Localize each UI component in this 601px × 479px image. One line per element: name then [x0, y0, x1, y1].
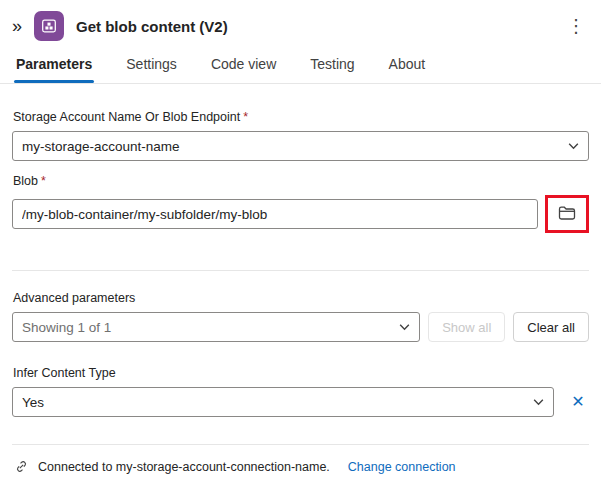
- infer-content-type-select[interactable]: [12, 387, 554, 417]
- storage-account-field-group: Storage Account Name Or Blob Endpoint*: [12, 110, 589, 161]
- required-marker: *: [41, 174, 46, 188]
- advanced-parameters-select[interactable]: [12, 312, 420, 342]
- tab-settings[interactable]: Settings: [124, 56, 179, 83]
- parameters-form: Storage Account Name Or Blob Endpoint* B…: [0, 110, 601, 445]
- action-title: Get blob content (V2): [76, 18, 561, 35]
- required-marker: *: [243, 110, 248, 124]
- tab-label: Code view: [211, 56, 276, 72]
- storage-account-combobox: [12, 131, 589, 161]
- folder-picker-button[interactable]: [555, 201, 579, 228]
- action-panel: » Get blob content (V2) ⋮ Parameters Set…: [0, 0, 601, 479]
- infer-content-type-label: Infer Content Type: [13, 366, 589, 380]
- divider: [12, 270, 589, 271]
- connected-text: Connected to my-storage-account-connecti…: [38, 460, 330, 474]
- tab-label: Testing: [310, 56, 354, 72]
- advanced-parameters-row: Show all Clear all: [12, 312, 589, 342]
- storage-account-label: Storage Account Name Or Blob Endpoint*: [13, 110, 589, 124]
- advanced-parameters-dropdown: [12, 312, 420, 342]
- advanced-parameters-group: Advanced parameters Show all Clear all: [12, 291, 589, 342]
- infer-content-type-group: Infer Content Type ✕: [12, 366, 589, 417]
- panel-header: » Get blob content (V2) ⋮: [0, 0, 601, 42]
- connection-footer: Connected to my-storage-account-connecti…: [0, 445, 601, 474]
- tab-label: About: [389, 56, 426, 72]
- folder-icon: [557, 203, 577, 226]
- more-options-icon[interactable]: ⋮: [561, 15, 591, 37]
- tab-label: Settings: [126, 56, 177, 72]
- storage-account-input[interactable]: [12, 131, 589, 161]
- chevron-down-icon[interactable]: [398, 321, 411, 334]
- blob-textbox: [12, 199, 538, 229]
- divider: [0, 83, 601, 84]
- connection-link-icon: [14, 459, 29, 474]
- blob-field-group: Blob*: [12, 174, 589, 233]
- blob-label: Blob*: [13, 174, 589, 188]
- collapse-panel-icon[interactable]: »: [10, 15, 24, 37]
- chevron-down-icon[interactable]: [532, 396, 545, 409]
- label-text: Storage Account Name Or Blob Endpoint: [13, 110, 240, 124]
- tab-code-view[interactable]: Code view: [209, 56, 278, 83]
- tab-testing[interactable]: Testing: [308, 56, 356, 83]
- infer-content-type-dropdown: [12, 387, 554, 417]
- tab-bar: Parameters Settings Code view Testing Ab…: [0, 42, 601, 83]
- folder-picker-highlight: [545, 195, 589, 233]
- change-connection-link[interactable]: Change connection: [348, 460, 456, 474]
- infer-content-type-row: ✕: [12, 387, 589, 417]
- chevron-down-icon[interactable]: [567, 140, 580, 153]
- blob-path-input[interactable]: [12, 199, 538, 229]
- azure-blob-connector-icon: [34, 11, 64, 41]
- tab-parameters[interactable]: Parameters: [14, 56, 94, 83]
- advanced-parameters-label: Advanced parameters: [13, 291, 589, 305]
- remove-parameter-icon[interactable]: ✕: [567, 394, 589, 410]
- show-all-button[interactable]: Show all: [428, 312, 505, 342]
- clear-all-button[interactable]: Clear all: [513, 312, 589, 342]
- tab-label: Parameters: [16, 56, 92, 72]
- label-text: Blob: [13, 174, 38, 188]
- tab-about[interactable]: About: [387, 56, 428, 83]
- blob-input-row: [12, 195, 589, 233]
